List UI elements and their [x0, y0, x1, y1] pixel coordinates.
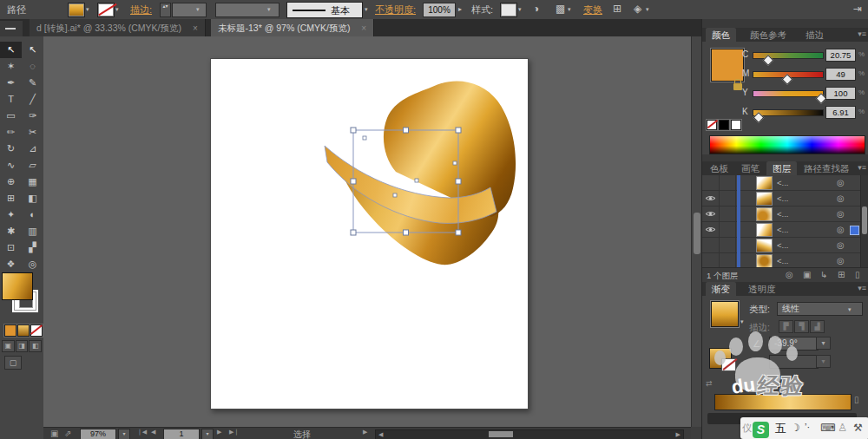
document-tab-2-close-icon[interactable]: × [361, 23, 366, 33]
channel-c-value[interactable]: 20.75 [825, 49, 856, 62]
ime-logo[interactable]: S [753, 422, 769, 438]
tab-gradient[interactable]: 渐变 [706, 282, 736, 296]
artwork-bell[interactable] [312, 71, 521, 288]
symbol-sprayer-tool[interactable]: ✱ [0, 223, 22, 239]
rotate-tool[interactable]: ↻ [0, 141, 22, 157]
ime-moon-icon[interactable]: ☽ [791, 422, 800, 434]
channel-m-value[interactable]: 49 [825, 68, 856, 81]
bounding-box-icon[interactable]: ⊞ [613, 3, 621, 15]
target-icon[interactable]: ◎ [837, 240, 845, 250]
new-layer-icon[interactable]: ⊞ [838, 270, 845, 279]
ime-punct-icon[interactable]: ’· [805, 422, 810, 432]
layer-row[interactable]: <... ◎ [702, 238, 868, 253]
hscroll-right-icon[interactable]: ▶ [676, 431, 681, 438]
draw-normal-icon[interactable]: ▣ [2, 340, 15, 352]
canvas[interactable] [43, 36, 691, 427]
target-icon[interactable]: ◎ [837, 209, 845, 219]
horizontal-scrollbar-thumb[interactable] [489, 431, 513, 437]
tab-color-guide[interactable]: 颜色参考 [744, 28, 792, 42]
hand-tool[interactable]: ❖ [0, 256, 22, 272]
eye-icon[interactable] [705, 226, 716, 233]
first-artboard-icon[interactable]: ❘◀ [137, 429, 147, 436]
draw-behind-icon[interactable]: ◨ [16, 340, 29, 352]
magic-wand-tool[interactable]: ✶ [0, 58, 22, 75]
channel-y-value[interactable]: 100 [825, 87, 856, 100]
stroke-dropdown-icon[interactable]: ▾ [115, 6, 119, 13]
stroke-weight-select[interactable] [172, 3, 207, 17]
document-tab-1[interactable]: d [转换].ai* @ 33.33% (CMYK/预览) × [30, 19, 206, 36]
black-swatch[interactable] [719, 120, 729, 130]
slice-tool[interactable]: ▞ [22, 239, 43, 256]
align-dd-icon[interactable]: ▾ [568, 6, 571, 13]
layer-thumbnail[interactable] [756, 192, 773, 206]
gradient-tool[interactable]: ◧ [22, 190, 43, 206]
column-graph-tool[interactable]: ▥ [22, 223, 43, 239]
tab-pathfinder[interactable]: 路径查找器 [798, 161, 856, 175]
eye-icon[interactable] [705, 210, 716, 218]
style-swatch[interactable] [500, 3, 517, 17]
layer-thumbnail[interactable] [756, 254, 773, 268]
paintbrush-tool[interactable]: ✑ [22, 108, 43, 124]
fill-color-swatch[interactable] [68, 3, 85, 17]
color-spectrum-bar[interactable] [709, 135, 865, 154]
layers-panel-menu-icon[interactable]: ▾≡ [858, 163, 866, 172]
lasso-tool[interactable]: ◌ [22, 58, 43, 75]
draw-inside-icon[interactable]: ◧ [29, 340, 42, 352]
layer-row[interactable]: <... ◎ [702, 175, 868, 191]
layer-thumbnail[interactable] [756, 176, 773, 190]
shape-builder-tool[interactable]: ⊕ [0, 174, 22, 190]
layer-row[interactable]: <... ◎ [702, 206, 868, 222]
zoom-level-value[interactable]: 97% [80, 429, 116, 439]
layer-name[interactable]: <... [777, 193, 788, 203]
target-icon[interactable]: ◎ [837, 178, 845, 187]
zoom-tool[interactable]: ◎ [22, 256, 43, 272]
isolate-icon[interactable]: ◈ [634, 3, 641, 15]
ime-keyboard-icon[interactable]: ⌨ [820, 422, 835, 434]
channel-m-slider[interactable] [753, 71, 824, 78]
gradient-preset-dd-icon[interactable]: ▾ [740, 318, 744, 325]
layer-name[interactable]: <... [777, 209, 788, 219]
scale-tool[interactable]: ⊿ [22, 141, 43, 157]
opacity-stepper-icon[interactable]: ▸ [458, 5, 462, 13]
brush-dd-icon[interactable]: ▾ [365, 6, 368, 13]
hscroll-left-icon[interactable]: ◀ [378, 431, 383, 438]
tab-color[interactable]: 颜色 [706, 28, 736, 42]
channel-y-slider[interactable] [753, 90, 824, 97]
color-panel-menu-icon[interactable]: ▾≡ [858, 29, 866, 38]
layer-name[interactable]: <... [777, 178, 788, 187]
type-tool[interactable]: T [0, 91, 22, 108]
gradient-preview-swatch[interactable] [711, 301, 739, 327]
zoom-dd-icon[interactable]: ▾ [118, 429, 130, 439]
layer-row[interactable]: <... ◎ [702, 191, 868, 206]
tab-stroke[interactable]: 描边 [799, 28, 830, 42]
align-grid-icon[interactable]: ▩ [556, 3, 565, 15]
fill-dropdown-icon[interactable]: ▾ [86, 6, 89, 13]
isolate-dd-icon[interactable]: ▾ [646, 6, 649, 13]
gradient-panel-menu-icon[interactable]: ▾≡ [858, 284, 866, 292]
blend-tool[interactable]: ◐ [22, 206, 43, 223]
fill-indicator-swatch[interactable] [2, 272, 33, 300]
reverse-gradient-icon[interactable]: ⇄ [706, 379, 713, 388]
layer-thumbnail[interactable] [756, 223, 773, 237]
layer-name[interactable]: <... [777, 256, 788, 265]
layers-scrollbar[interactable] [860, 175, 868, 267]
locate-object-icon[interactable]: ◎ [786, 270, 793, 279]
last-artboard-icon[interactable]: ▶❘ [229, 429, 239, 436]
status-expand-icon[interactable]: ▶ [363, 429, 367, 436]
tab-swatches[interactable]: 色板 [704, 161, 734, 175]
artboard-dd-icon[interactable]: ▾ [201, 429, 214, 439]
channel-m-thumb[interactable] [782, 74, 793, 85]
mesh-tool[interactable]: ⊞ [0, 190, 22, 206]
export-icon[interactable]: ⇗ [64, 429, 71, 438]
eye-icon[interactable] [705, 194, 716, 202]
layer-name[interactable]: <... [777, 240, 788, 250]
ime-wubi[interactable]: 五 [775, 421, 786, 436]
layer-name[interactable]: <... [777, 225, 788, 234]
channel-c-thumb[interactable] [762, 55, 773, 66]
scissors-tool[interactable]: ✂ [22, 124, 43, 141]
channel-k-thumb[interactable] [753, 112, 764, 123]
target-icon[interactable]: ◎ [837, 225, 845, 234]
artboard-number-value[interactable]: 1 [163, 429, 200, 439]
tab-transparency[interactable]: 透明度 [742, 282, 782, 296]
pencil-tool[interactable]: ✏ [0, 124, 22, 141]
